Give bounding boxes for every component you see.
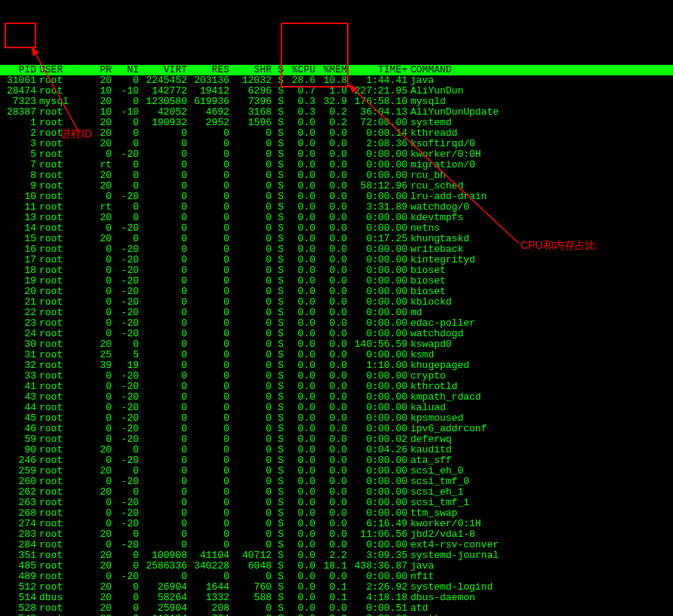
table-row: 59root0-20000S0.00.00:00.02deferwq (0, 434, 673, 445)
cell-cmd: writeback (407, 244, 463, 255)
cell-pid: 28474 (0, 86, 36, 97)
cell-pr: 25 (85, 350, 112, 360)
cell-shr: 0 (229, 192, 272, 202)
cell-cpu: 0.0 (284, 382, 315, 392)
cell-pid: 5 (0, 149, 36, 160)
cell-pr: 0 (85, 244, 112, 255)
cell-user: root (36, 434, 85, 445)
cell-pid: 31 (0, 350, 36, 360)
cell-user: root (36, 382, 85, 392)
cell-pr: 0 (85, 572, 112, 582)
cell-cpu: 0.0 (284, 318, 315, 329)
cell-shr: 0 (229, 318, 272, 329)
cell-ni: 0 (112, 181, 139, 192)
cell-cpu: 0.0 (284, 371, 315, 382)
cell-pr: 20 (85, 582, 112, 593)
cell-shr: 0 (229, 445, 272, 455)
cell-mem: 10.8 (315, 75, 347, 86)
cell-cmd: edac-poller (407, 318, 475, 329)
cell-user: root (36, 477, 85, 487)
cell-ni: -20 (112, 287, 139, 297)
cell-cpu: 0.0 (284, 255, 315, 265)
cell-res: 0 (187, 498, 229, 508)
cell-cpu: 0.0 (284, 403, 315, 413)
cell-cpu: 0.0 (284, 160, 315, 170)
cell-virt: 0 (139, 308, 187, 318)
cell-cpu: 0.0 (284, 192, 315, 202)
cell-pr: 0 (85, 477, 112, 487)
cell-ni: 0 (112, 603, 139, 614)
cell-ni: 0 (112, 466, 139, 477)
cell-mem: 1.0 (315, 86, 347, 97)
cell-ni: -20 (112, 508, 139, 519)
cell-cpu: 0.0 (284, 477, 315, 487)
cell-time: 0:00.00 (347, 371, 407, 382)
cell-mem: 0.1 (315, 582, 347, 593)
cell-mem: 0.0 (315, 529, 347, 540)
cell-virt: 1230580 (139, 97, 187, 107)
cell-pr: 20 (85, 550, 112, 561)
cell-virt: 2586336 (139, 561, 187, 572)
cell-pr: 0 (85, 276, 112, 287)
cell-virt: 26904 (139, 582, 187, 593)
cell-time: 0:00.00 (347, 487, 407, 498)
cell-time: 72:00.00 (347, 118, 407, 128)
cell-pid: 15 (0, 234, 36, 244)
cell-ni: 0 (112, 550, 139, 561)
cell-s: S (272, 276, 284, 287)
cell-shr: 0 (229, 350, 272, 360)
cell-time: 0:00.00 (347, 413, 407, 424)
cell-res: 0 (187, 529, 229, 540)
cell-pr: 20 (85, 593, 112, 603)
cell-cmd: rcu_sched (407, 181, 463, 192)
cell-ni: 0 (112, 160, 139, 170)
table-row: 43root0-20000S0.00.00:00.00kmpath_rdacd (0, 392, 673, 403)
cell-time: 0:00.00 (347, 287, 407, 297)
cell-user: root (36, 350, 85, 360)
cell-mem: 0.0 (315, 360, 347, 371)
cell-virt: 42052 (139, 107, 187, 118)
cell-res: 0 (187, 424, 229, 434)
cell-cmd: kauditd (407, 445, 452, 455)
table-row: 3root200000S0.00.02:08.36ksoftirqd/0 (0, 139, 673, 149)
cell-user: root (36, 265, 85, 276)
cell-user: root (36, 308, 85, 318)
cell-cpu: 0.0 (284, 466, 315, 477)
cell-res: 0 (187, 149, 229, 160)
cell-ni: 0 (112, 339, 139, 350)
cell-mem: 0.0 (315, 519, 347, 529)
cell-pid: 7323 (0, 97, 36, 107)
cell-virt: 0 (139, 339, 187, 350)
cell-cmd: ext4-rsv-conver (407, 540, 499, 550)
cell-virt: 0 (139, 434, 187, 445)
cell-time: 1:44.41 (347, 75, 407, 86)
cell-user: root (36, 223, 85, 234)
cell-shr: 0 (229, 223, 272, 234)
cell-s: S (272, 434, 284, 445)
cell-cpu: 0.0 (284, 582, 315, 593)
cell-cpu: 0.0 (284, 593, 315, 603)
cell-res: 0 (187, 192, 229, 202)
cell-ni: -20 (112, 519, 139, 529)
cell-cpu: 0.3 (284, 107, 315, 118)
cell-user: root (36, 339, 85, 350)
cell-pid: 30 (0, 339, 36, 350)
cell-cmd: kmpath_rdacd (407, 392, 481, 403)
table-row: 13root200000S0.00.00:00.00kdevtmpfs (0, 213, 673, 223)
cell-cmd: kdevtmpfs (407, 213, 463, 223)
cell-pr: 0 (85, 287, 112, 297)
col-ni: NI (112, 65, 139, 75)
cell-virt: 0 (139, 181, 187, 192)
cell-shr: 6296 (229, 86, 272, 97)
cell-pr: 0 (85, 297, 112, 308)
cell-ni: -20 (112, 424, 139, 434)
cell-res: 19412 (187, 86, 229, 97)
cell-s: S (272, 287, 284, 297)
cell-ni: -20 (112, 192, 139, 202)
cell-pr: 0 (85, 371, 112, 382)
cell-res: 41104 (187, 550, 229, 561)
cell-s: S (272, 572, 284, 582)
cell-shr: 0 (229, 529, 272, 540)
cell-shr: 0 (229, 213, 272, 223)
cell-time: 3:09.35 (347, 550, 407, 561)
